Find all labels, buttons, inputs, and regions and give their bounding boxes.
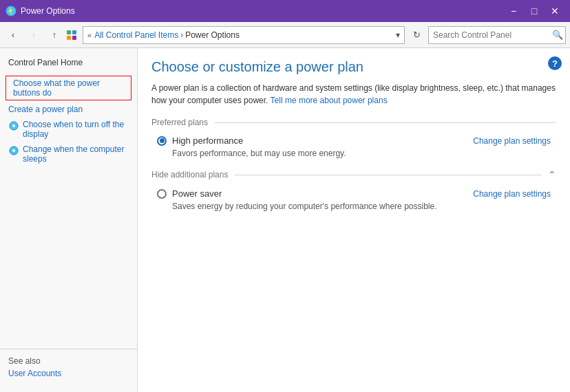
preferred-plans-divider bbox=[215, 122, 556, 123]
search-input[interactable] bbox=[428, 26, 566, 44]
breadcrumb: « All Control Panel Items › Power Option… bbox=[83, 26, 405, 44]
high-performance-change-link[interactable]: Change plan settings bbox=[473, 136, 551, 146]
svg-point-6 bbox=[12, 124, 15, 127]
help-button[interactable]: ? bbox=[548, 56, 562, 70]
maximize-button[interactable]: □ bbox=[525, 3, 544, 19]
breadcrumb-dropdown-icon[interactable]: ▾ bbox=[396, 30, 400, 40]
svg-rect-1 bbox=[67, 30, 71, 34]
plan-high-performance-header: High performance Change plan settings bbox=[157, 135, 551, 146]
sleep-icon bbox=[8, 145, 19, 156]
plan-high-performance-radio[interactable] bbox=[157, 136, 167, 146]
plan-power-saver-name: Power saver bbox=[172, 188, 222, 199]
preferred-plans-header: Preferred plans bbox=[151, 118, 556, 127]
description-link[interactable]: Tell me more about power plans bbox=[271, 96, 388, 105]
svg-rect-2 bbox=[72, 30, 76, 34]
sidebar-item-home[interactable]: Control Panel Home bbox=[0, 55, 137, 70]
window-title: Power Options bbox=[21, 6, 504, 16]
breadcrumb-all-control-panel[interactable]: All Control Panel Items bbox=[94, 30, 178, 40]
close-button[interactable]: ✕ bbox=[545, 3, 564, 19]
plan-power-saver-radio-label[interactable]: Power saver bbox=[157, 188, 222, 199]
content-area: ? Choose or customize a power plan A pow… bbox=[138, 48, 570, 392]
plan-power-saver-header: Power saver Change plan settings bbox=[157, 188, 551, 199]
page-title: Choose or customize a power plan bbox=[151, 59, 556, 75]
hide-additional-label: Hide additional plans bbox=[151, 170, 228, 179]
sidebar-item-sleep-label: Change when the computer sleeps bbox=[23, 144, 129, 164]
minimize-button[interactable]: − bbox=[504, 3, 523, 19]
breadcrumb-current: Power Options bbox=[185, 30, 240, 40]
address-bar: ‹ › ↑ « All Control Panel Items › Power … bbox=[0, 22, 570, 48]
hide-additional-chevron-icon[interactable]: ⌃ bbox=[548, 169, 556, 180]
refresh-button[interactable]: ↻ bbox=[408, 26, 425, 44]
control-panel-icon bbox=[66, 30, 77, 41]
power-saver-change-link[interactable]: Change plan settings bbox=[473, 189, 551, 199]
search-button[interactable]: 🔍 bbox=[552, 30, 563, 40]
forward-button[interactable]: › bbox=[25, 26, 43, 44]
svg-rect-3 bbox=[67, 36, 71, 40]
sidebar-item-create-plan[interactable]: Create a power plan bbox=[0, 102, 137, 117]
see-also-label: See also bbox=[8, 356, 129, 366]
search-wrapper: 🔍 bbox=[428, 26, 566, 44]
app-icon bbox=[6, 6, 17, 17]
sidebar: Control Panel Home Choose what the power… bbox=[0, 48, 138, 392]
main-layout: Control Panel Home Choose what the power… bbox=[0, 48, 570, 392]
plan-power-saver: Power saver Change plan settings Saves e… bbox=[151, 188, 556, 211]
plan-high-performance-name: High performance bbox=[172, 135, 243, 146]
plan-high-performance: High performance Change plan settings Fa… bbox=[151, 135, 556, 158]
breadcrumb-separator: › bbox=[180, 30, 183, 40]
sidebar-item-user-accounts[interactable]: User Accounts bbox=[8, 369, 129, 378]
hide-additional-divider bbox=[235, 175, 541, 175]
sidebar-item-sleep[interactable]: Change when the computer sleeps bbox=[0, 142, 137, 166]
hide-additional-header: Hide additional plans ⌃ bbox=[151, 169, 556, 180]
back-button[interactable]: ‹ bbox=[4, 26, 22, 44]
plan-high-performance-radio-label[interactable]: High performance bbox=[157, 135, 243, 146]
sidebar-item-display-label: Choose when to turn off the display bbox=[23, 120, 129, 139]
svg-point-8 bbox=[12, 149, 15, 152]
display-icon bbox=[8, 120, 19, 131]
page-description: A power plan is a collection of hardware… bbox=[151, 82, 556, 107]
plan-power-saver-desc: Saves energy by reducing your computer's… bbox=[172, 202, 551, 211]
sidebar-item-display[interactable]: Choose when to turn off the display bbox=[0, 117, 137, 142]
svg-rect-4 bbox=[72, 36, 76, 40]
plan-power-saver-radio[interactable] bbox=[157, 189, 167, 199]
plan-high-performance-desc: Favors performance, but may use more ene… bbox=[172, 149, 551, 158]
title-bar: Power Options − □ ✕ bbox=[0, 0, 570, 22]
up-button[interactable]: ↑ bbox=[45, 26, 63, 44]
preferred-plans-label: Preferred plans bbox=[151, 118, 208, 127]
window-controls: − □ ✕ bbox=[504, 3, 564, 19]
sidebar-footer: See also User Accounts bbox=[0, 349, 137, 385]
sidebar-item-power-buttons[interactable]: Choose what the power buttons do bbox=[6, 76, 131, 100]
